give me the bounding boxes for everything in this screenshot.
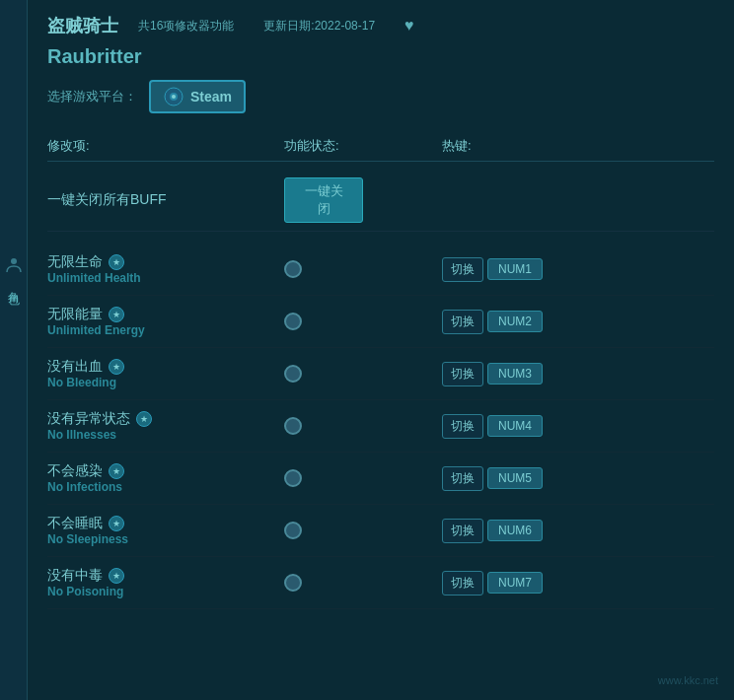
feature-row: 没有异常状态 ★ No Illnesses 切换 NUM4 <box>47 400 714 453</box>
toggle-cell <box>284 469 442 487</box>
feature-name-block: 没有出血 ★ No Bleeding <box>47 358 284 389</box>
star-badge: ★ <box>109 254 124 270</box>
steam-button[interactable]: Steam <box>149 80 246 113</box>
feature-row: 不会感染 ★ No Infections 切换 NUM5 <box>47 453 714 505</box>
feature-name-en: No Illnesses <box>47 428 284 442</box>
hotkey-switch-btn[interactable]: 切换 <box>442 466 483 491</box>
feature-name-en: Unlimited Health <box>47 271 284 285</box>
col-hotkey: 热键: <box>442 137 639 155</box>
feature-name-cn: 无限能量 <box>47 306 103 323</box>
hotkey-group: 切换 NUM6 <box>442 519 639 543</box>
star-badge: ★ <box>109 568 124 584</box>
table-header: 修改项: 功能状态: 热键: <box>47 131 714 162</box>
feature-name-en: No Poisoning <box>47 585 284 598</box>
hotkey-num: NUM6 <box>487 520 543 541</box>
watermark: www.kkc.net <box>658 674 718 686</box>
toggle-cell <box>284 365 442 383</box>
feature-name-en: No Sleepiness <box>47 532 284 546</box>
mod-count: 共16项修改器功能 <box>138 18 234 35</box>
platform-label: 选择游戏平台： <box>47 88 137 105</box>
feature-name-block: 没有异常状态 ★ No Illnesses <box>47 410 284 442</box>
update-date: 更新日期:2022-08-17 <box>263 18 375 35</box>
toggle-switch[interactable] <box>284 522 302 539</box>
star-badge: ★ <box>109 463 124 479</box>
hotkey-num: NUM1 <box>487 258 543 280</box>
hotkey-num: NUM2 <box>487 311 543 332</box>
toggle-switch[interactable] <box>284 260 302 278</box>
col-status: 功能状态: <box>284 137 442 155</box>
toggle-cell <box>284 417 442 435</box>
onekey-row: 一键关闭所有BUFF 一键关闭 <box>47 170 714 232</box>
hotkey-group: 切换 NUM1 <box>442 257 639 282</box>
feature-name-en: No Infections <box>47 480 284 494</box>
feature-name-en: No Bleeding <box>47 376 284 389</box>
hotkey-switch-btn[interactable]: 切换 <box>442 257 483 282</box>
features-container: 无限生命 ★ Unlimited Health 切换 NUM1 无限能量 ★ U… <box>47 244 714 609</box>
hotkey-num: NUM5 <box>487 467 543 489</box>
header: 盗贼骑士 共16项修改器功能 更新日期:2022-08-17 ♥ <box>47 14 714 37</box>
feature-row: 无限能量 ★ Unlimited Energy 切换 NUM2 <box>47 296 714 348</box>
feature-name-en: Unlimited Energy <box>47 323 284 337</box>
feature-name-cn: 没有中毒 <box>47 567 103 585</box>
hotkey-num: NUM4 <box>487 415 543 437</box>
sidebar: 角色 <box>0 0 28 700</box>
toggle-switch[interactable] <box>284 365 302 383</box>
feature-name-cn: 不会睡眠 <box>47 515 103 532</box>
feature-name-block: 无限能量 ★ Unlimited Energy <box>47 306 284 337</box>
hotkey-group: 切换 NUM4 <box>442 414 639 439</box>
platform-row: 选择游戏平台： Steam <box>47 80 714 113</box>
hotkey-group: 切换 NUM3 <box>442 362 639 386</box>
toggle-cell <box>284 574 442 592</box>
feature-name-block: 无限生命 ★ Unlimited Health <box>47 253 284 285</box>
feature-name-cn: 不会感染 <box>47 462 103 480</box>
onekey-button[interactable]: 一键关闭 <box>284 177 363 223</box>
feature-row: 没有出血 ★ No Bleeding 切换 NUM3 <box>47 348 714 400</box>
steam-label: Steam <box>190 89 232 105</box>
feature-name-block: 没有中毒 ★ No Poisoning <box>47 567 284 598</box>
game-title-en: Raubritter <box>47 45 714 68</box>
star-badge: ★ <box>109 307 124 322</box>
toggle-switch[interactable] <box>284 417 302 435</box>
hotkey-group: 切换 NUM7 <box>442 571 639 595</box>
feature-name-cn: 无限生命 <box>47 253 103 271</box>
toggle-switch[interactable] <box>284 313 302 330</box>
toggle-cell <box>284 522 442 539</box>
feature-row: 不会睡眠 ★ No Sleepiness 切换 NUM6 <box>47 505 714 557</box>
hotkey-switch-btn[interactable]: 切换 <box>442 519 483 543</box>
header-info: 共16项修改器功能 更新日期:2022-08-17 <box>138 18 375 35</box>
svg-point-3 <box>172 95 176 99</box>
favorite-icon[interactable]: ♥ <box>404 17 414 35</box>
hotkey-switch-btn[interactable]: 切换 <box>442 362 483 386</box>
feature-row: 没有中毒 ★ No Poisoning 切换 NUM7 <box>47 557 714 609</box>
hotkey-num: NUM7 <box>487 572 543 594</box>
star-badge: ★ <box>109 516 124 531</box>
sidebar-label: 角色 <box>5 282 22 286</box>
col-mod: 修改项: <box>47 137 284 155</box>
feature-name-cn: 没有异常状态 <box>47 410 130 428</box>
onekey-name: 一键关闭所有BUFF <box>47 191 284 209</box>
toggle-switch[interactable] <box>284 574 302 592</box>
feature-name-cn: 没有出血 <box>47 358 103 376</box>
game-title-cn: 盗贼骑士 <box>47 14 118 37</box>
hotkey-group: 切换 NUM2 <box>442 310 639 334</box>
svg-point-0 <box>11 258 17 264</box>
main-container: 角色 盗贼骑士 共16项修改器功能 更新日期:2022-08-17 ♥ Raub… <box>0 0 734 700</box>
hotkey-switch-btn[interactable]: 切换 <box>442 571 483 595</box>
hotkey-switch-btn[interactable]: 切换 <box>442 310 483 334</box>
content-area: 盗贼骑士 共16项修改器功能 更新日期:2022-08-17 ♥ Raubrit… <box>28 0 734 700</box>
toggle-cell <box>284 260 442 278</box>
hotkey-switch-btn[interactable]: 切换 <box>442 414 483 439</box>
character-icon <box>5 256 23 274</box>
feature-row: 无限生命 ★ Unlimited Health 切换 NUM1 <box>47 244 714 296</box>
hotkey-num: NUM3 <box>487 363 543 385</box>
toggle-cell <box>284 313 442 330</box>
feature-name-block: 不会感染 ★ No Infections <box>47 462 284 494</box>
star-badge: ★ <box>136 411 152 427</box>
star-badge: ★ <box>109 359 124 375</box>
hotkey-group: 切换 NUM5 <box>442 466 639 491</box>
toggle-switch[interactable] <box>284 469 302 487</box>
feature-name-block: 不会睡眠 ★ No Sleepiness <box>47 515 284 546</box>
